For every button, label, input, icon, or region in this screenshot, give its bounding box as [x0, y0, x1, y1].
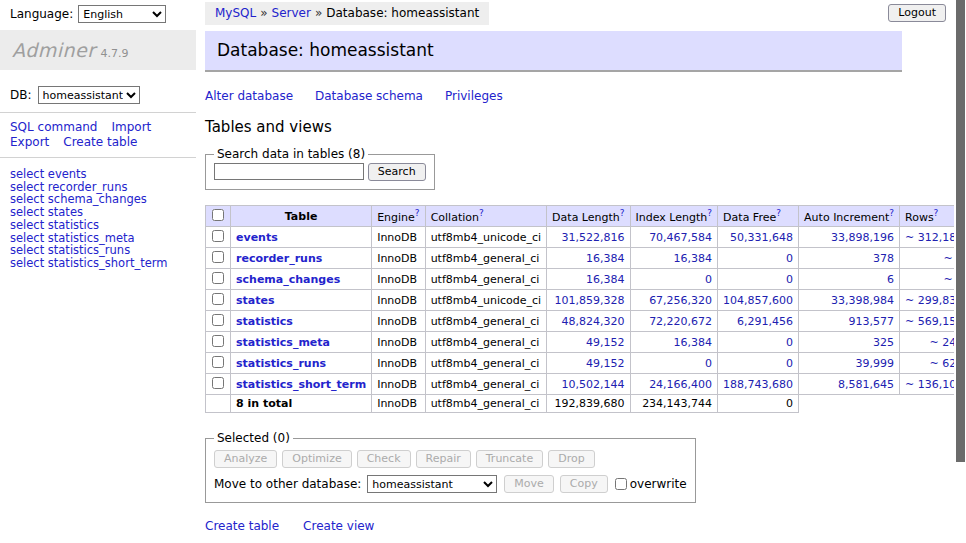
db-select[interactable]: homeassistant [38, 86, 140, 104]
create-view-link[interactable]: Create view [303, 519, 374, 533]
move-database-select[interactable]: homeassistant [367, 475, 497, 493]
index-length-cell: 16,384 [630, 332, 718, 353]
table-name-link[interactable]: events [236, 231, 278, 244]
breadcrumb-current: Database: homeassistant [326, 6, 479, 20]
row-checkbox[interactable] [212, 251, 224, 263]
table-row: eventsInnoDButf8mb4_unicode_ci31,522,816… [206, 227, 966, 248]
check-button[interactable]: Check [357, 450, 411, 468]
search-legend: Search data in tables (8) [214, 147, 368, 161]
sidebar-select-link[interactable]: select statistics [10, 219, 196, 232]
table-name-link[interactable]: statistics_meta [236, 336, 330, 349]
collation-cell: utf8mb4_unicode_ci [425, 227, 546, 248]
row-checkbox-cell [206, 332, 231, 353]
column-help-link[interactable]: ? [620, 208, 625, 218]
breadcrumb-mysql-link[interactable]: MySQL [215, 6, 256, 20]
column-help-link[interactable]: ? [889, 208, 894, 218]
language-select[interactable]: English [78, 5, 166, 23]
search-input[interactable] [214, 163, 364, 180]
import-link[interactable]: Import [111, 120, 151, 134]
column-help-link[interactable]: ? [415, 208, 420, 218]
create-table-link[interactable]: Create table [63, 135, 137, 149]
search-button[interactable]: Search [368, 163, 426, 181]
data-length-cell: 49,152 [547, 353, 630, 374]
truncate-button[interactable]: Truncate [476, 450, 543, 468]
data-free-cell: 0 [718, 269, 799, 290]
table-name-link[interactable]: statistics_runs [236, 357, 326, 370]
engine-cell: InnoDB [372, 353, 425, 374]
select-all-checkbox[interactable] [212, 209, 224, 221]
column-help-link[interactable]: ? [707, 208, 712, 218]
selected-legend: Selected (0) [214, 431, 293, 445]
table-name-link[interactable]: statistics_short_term [236, 378, 366, 391]
column-header-label: Auto Increment [804, 211, 889, 224]
table-row: statisticsInnoDButf8mb4_general_ci48,824… [206, 311, 966, 332]
column-header-label: Rows [905, 211, 934, 224]
table-name-cell: statistics_meta [231, 332, 372, 353]
copy-button[interactable]: Copy [560, 475, 608, 493]
scrollbar-thumb[interactable] [956, 0, 965, 462]
row-checkbox[interactable] [212, 230, 224, 242]
data-length-cell: 10,502,144 [547, 374, 630, 395]
column-help-link[interactable]: ? [776, 208, 781, 218]
table-name-cell: schema_changes [231, 269, 372, 290]
tables-overview: TableEngine?Collation?Data Length?Index … [205, 205, 966, 413]
table-name-link[interactable]: states [236, 294, 275, 307]
row-checkbox[interactable] [212, 356, 224, 368]
tables-header-row: TableEngine?Collation?Data Length?Index … [206, 206, 966, 227]
table-name-link[interactable]: statistics [236, 315, 293, 328]
search-fieldset: Search data in tables (8) Search [205, 147, 435, 190]
collation-cell: utf8mb4_unicode_ci [425, 290, 546, 311]
sidebar-select-link[interactable]: select states [10, 206, 196, 219]
vertical-scrollbar[interactable] [954, 0, 966, 543]
privileges-link[interactable]: Privileges [445, 89, 503, 103]
row-checkbox-cell [206, 374, 231, 395]
export-link[interactable]: Export [10, 135, 49, 149]
sidebar-select-link[interactable]: select events [10, 168, 196, 181]
column-help-link[interactable]: ? [479, 208, 484, 218]
collation-cell: utf8mb4_general_ci [425, 332, 546, 353]
create-table-link-main[interactable]: Create table [205, 519, 279, 533]
column-header-label: Engine [377, 211, 415, 224]
engine-cell: InnoDB [372, 227, 425, 248]
analyze-button[interactable]: Analyze [214, 450, 277, 468]
table-name-cell: recorder_runs [231, 248, 372, 269]
database-action-links: Alter databaseDatabase schemaPrivileges [205, 89, 905, 103]
alter-database-link[interactable]: Alter database [205, 89, 293, 103]
row-checkbox[interactable] [212, 335, 224, 347]
overwrite-checkbox[interactable] [615, 478, 627, 490]
total-checkbox-cell [206, 395, 231, 413]
index-length-cell: 16,384 [630, 248, 718, 269]
sidebar-select-link[interactable]: select statistics_short_term [10, 257, 196, 270]
auto-increment-cell: 33,898,196 [799, 227, 900, 248]
data-length-cell: 49,152 [547, 332, 630, 353]
sql-command-link[interactable]: SQL command [10, 120, 97, 134]
engine-cell: InnoDB [372, 248, 425, 269]
row-checkbox[interactable] [212, 377, 224, 389]
row-checkbox[interactable] [212, 293, 224, 305]
tables-and-views-heading: Tables and views [205, 118, 905, 136]
total-index-length-cell: 234,143,744 [630, 395, 718, 413]
column-header-label: Data Length [552, 211, 620, 224]
total-empty-cell [799, 395, 900, 413]
row-checkbox[interactable] [212, 314, 224, 326]
row-checkbox[interactable] [212, 272, 224, 284]
table-name-link[interactable]: recorder_runs [236, 252, 322, 265]
engine-cell: InnoDB [372, 290, 425, 311]
auto-increment-cell: 325 [799, 332, 900, 353]
move-row: Move to other database: homeassistant Mo… [214, 475, 687, 493]
total-collation-cell: utf8mb4_general_ci [425, 395, 546, 413]
breadcrumb: MySQL»Server»Database: homeassistant [205, 2, 489, 25]
overwrite-label: overwrite [630, 477, 687, 491]
data-free-cell: 188,743,680 [718, 374, 799, 395]
repair-button[interactable]: Repair [416, 450, 471, 468]
drop-button[interactable]: Drop [548, 450, 594, 468]
table-row: recorder_runsInnoDButf8mb4_general_ci16,… [206, 248, 966, 269]
data-length-cell: 48,824,320 [547, 311, 630, 332]
auto-increment-cell: 378 [799, 248, 900, 269]
move-button[interactable]: Move [504, 475, 554, 493]
optimize-button[interactable]: Optimize [282, 450, 351, 468]
column-help-link[interactable]: ? [934, 208, 939, 218]
table-name-link[interactable]: schema_changes [236, 273, 340, 286]
database-schema-link[interactable]: Database schema [315, 89, 423, 103]
breadcrumb-server-link[interactable]: Server [272, 6, 311, 20]
